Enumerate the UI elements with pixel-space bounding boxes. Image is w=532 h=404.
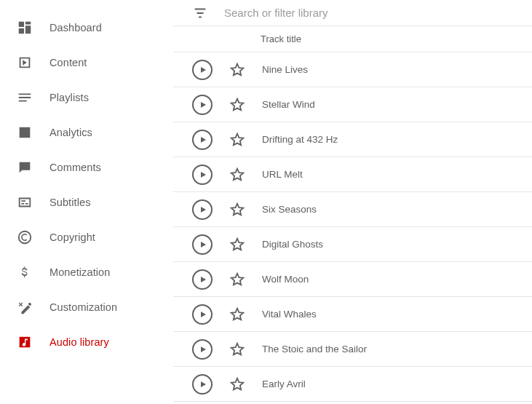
star-outline-icon: [229, 376, 245, 392]
sidebar-item-dashboard[interactable]: Dashboard: [0, 10, 173, 45]
sidebar-item-label: Audio library: [49, 336, 109, 348]
favorite-button[interactable]: [229, 166, 246, 183]
search-row: [173, 0, 532, 26]
sidebar-item-comments[interactable]: Comments: [0, 150, 173, 185]
sidebar-item-label: Analytics: [49, 127, 92, 138]
play-icon: [199, 310, 207, 319]
sidebar-item-customization[interactable]: Customization: [0, 290, 173, 325]
play-button[interactable]: [192, 95, 213, 115]
star-outline-icon: [229, 97, 245, 113]
track-row: Vital Whales: [173, 297, 532, 332]
star-outline-icon: [229, 306, 245, 322]
favorite-button[interactable]: [229, 341, 246, 358]
favorite-button[interactable]: [229, 131, 246, 148]
filter-icon[interactable]: [192, 5, 208, 21]
subtitles-icon: [16, 194, 33, 211]
favorite-button[interactable]: [229, 306, 246, 323]
play-icon: [199, 275, 207, 284]
audio-library-icon: [16, 333, 33, 351]
star-outline-icon: [229, 202, 245, 218]
sidebar-item-content[interactable]: Content: [0, 45, 173, 80]
sidebar-item-label: Content: [49, 57, 87, 68]
customization-icon: [16, 298, 33, 316]
play-button[interactable]: [192, 130, 213, 150]
star-outline-icon: [229, 167, 245, 183]
track-row: Drifting at 432 Hz: [173, 122, 532, 157]
play-icon: [199, 100, 207, 109]
track-title: URL Melt: [262, 169, 303, 180]
sidebar-item-label: Subtitles: [49, 197, 91, 208]
main-content: Track title Nine LivesStellar WindDrifti…: [173, 0, 532, 404]
sidebar-item-monetization[interactable]: Monetization: [0, 255, 173, 290]
track-title: Wolf Moon: [262, 274, 309, 285]
track-row: URL Melt: [173, 157, 532, 192]
sidebar-item-label: Monetization: [49, 266, 110, 278]
star-outline-icon: [229, 341, 245, 357]
favorite-button[interactable]: [229, 271, 246, 288]
play-icon: [199, 66, 207, 74]
copyright-icon: [16, 229, 33, 246]
play-button[interactable]: [192, 339, 213, 360]
track-title: Stellar Wind: [262, 99, 315, 110]
play-button[interactable]: [192, 165, 213, 185]
monetization-icon: [16, 264, 33, 281]
star-outline-icon: [229, 272, 245, 288]
track-row: Wolf Moon: [173, 262, 532, 297]
playlists-icon: [16, 89, 33, 106]
favorite-button[interactable]: [229, 201, 246, 218]
sidebar-item-subtitles[interactable]: Subtitles: [0, 185, 173, 220]
track-list: Nine LivesStellar WindDrifting at 432 Hz…: [173, 52, 532, 402]
play-icon: [199, 345, 207, 354]
sidebar-item-analytics[interactable]: Analytics: [0, 115, 173, 150]
play-button[interactable]: [192, 269, 213, 290]
track-title: Drifting at 432 Hz: [262, 134, 338, 145]
play-button[interactable]: [192, 234, 213, 255]
track-title: Vital Whales: [262, 309, 317, 320]
track-title: Six Seasons: [262, 204, 317, 215]
play-button[interactable]: [192, 199, 213, 220]
track-row: The Stoic and the Sailor: [173, 332, 532, 367]
track-title: Digital Ghosts: [262, 239, 323, 250]
play-icon: [199, 135, 207, 144]
sidebar-item-playlists[interactable]: Playlists: [0, 80, 173, 115]
dashboard-icon: [16, 19, 33, 36]
sidebar-item-copyright[interactable]: Copyright: [0, 220, 173, 255]
track-title: Early Avril: [262, 379, 306, 389]
track-title: The Stoic and the Sailor: [262, 344, 367, 355]
play-button[interactable]: [192, 60, 213, 80]
sidebar-item-label: Copyright: [49, 231, 95, 243]
analytics-icon: [16, 124, 33, 141]
favorite-button[interactable]: [229, 236, 246, 253]
table-header-row: Track title: [173, 26, 532, 52]
favorite-button[interactable]: [229, 376, 246, 393]
play-icon: [199, 170, 207, 179]
favorite-button[interactable]: [229, 96, 246, 114]
column-header-track-title[interactable]: Track title: [261, 33, 301, 44]
track-row: Six Seasons: [173, 192, 532, 227]
content-icon: [16, 54, 33, 71]
sidebar-item-label: Customization: [49, 301, 117, 313]
track-title: Nine Lives: [262, 64, 308, 75]
play-icon: [199, 240, 207, 249]
sidebar-item-label: Playlists: [49, 92, 89, 103]
search-input[interactable]: [223, 6, 456, 20]
comments-icon: [16, 159, 33, 176]
star-outline-icon: [229, 132, 245, 148]
play-icon: [199, 205, 207, 214]
sidebar: Dashboard Content Playlists Analytics Co: [0, 0, 173, 404]
sidebar-item-audio-library[interactable]: Audio library: [0, 325, 173, 360]
star-outline-icon: [229, 237, 245, 253]
sidebar-item-label: Dashboard: [49, 22, 102, 33]
play-button[interactable]: [192, 304, 213, 325]
track-row: Early Avril: [173, 367, 532, 402]
track-row: Nine Lives: [173, 52, 532, 87]
play-button[interactable]: [192, 374, 213, 395]
play-icon: [199, 380, 207, 389]
track-row: Stellar Wind: [173, 87, 532, 122]
sidebar-item-label: Comments: [49, 162, 101, 173]
track-row: Digital Ghosts: [173, 227, 532, 262]
star-outline-icon: [229, 62, 245, 78]
favorite-button[interactable]: [229, 61, 246, 79]
